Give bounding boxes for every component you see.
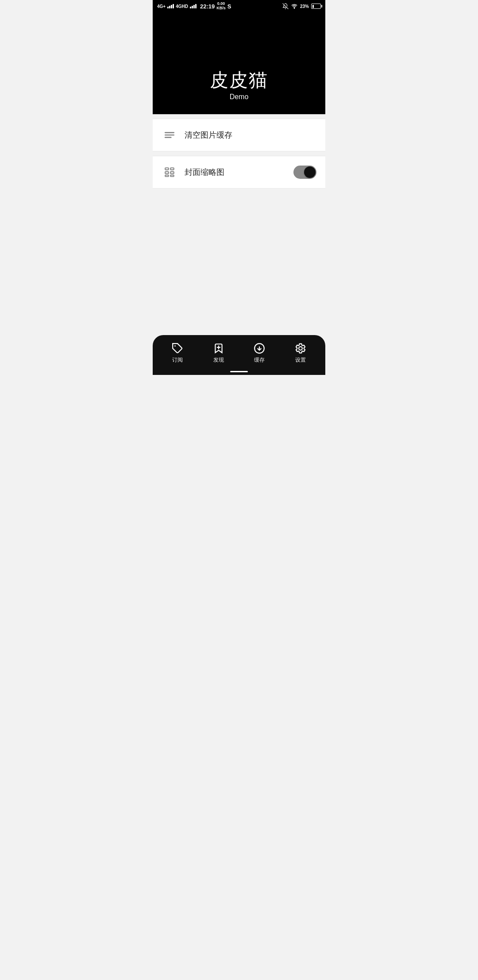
- battery-icon: [311, 4, 321, 9]
- gear-icon: [294, 342, 307, 355]
- cover-thumbnail-item[interactable]: 封面缩略图: [153, 156, 325, 189]
- status-right: 23%: [282, 3, 321, 9]
- settings-list: 清空图片缓存 封面缩略图: [153, 119, 325, 189]
- grid-icon: [162, 164, 177, 180]
- status-left: 4G+ 4GHD 22:19 0.00KB/s S: [157, 2, 231, 11]
- speed: 0.00KB/s: [216, 2, 226, 11]
- signal-bars-2: [190, 4, 197, 8]
- nav-discover[interactable]: 发现: [198, 342, 239, 364]
- network-4ghd: 4GHD: [176, 4, 188, 9]
- svg-rect-9: [165, 175, 169, 177]
- svg-rect-7: [165, 172, 169, 174]
- battery-percent: 23%: [300, 4, 309, 9]
- hero-section: 皮皮猫 Demo: [153, 12, 325, 114]
- nav-indicator: [230, 371, 248, 372]
- nav-subscribe-label: 订阅: [172, 356, 183, 364]
- app-subtitle: Demo: [230, 93, 249, 101]
- svg-point-1: [294, 8, 294, 8]
- svg-rect-8: [170, 172, 174, 174]
- network-4gplus: 4G+: [157, 4, 166, 9]
- s-icon: S: [227, 3, 231, 10]
- nav-settings-label: 设置: [295, 356, 306, 364]
- svg-rect-10: [170, 175, 174, 177]
- svg-rect-5: [165, 168, 169, 170]
- tag-icon: [171, 342, 184, 355]
- cover-thumbnail-label: 封面缩略图: [185, 167, 293, 177]
- svg-rect-6: [170, 168, 174, 170]
- signal-bars-1: [167, 4, 174, 8]
- lines-icon: [162, 127, 177, 143]
- cover-thumbnail-toggle[interactable]: [293, 166, 316, 179]
- download-icon: [253, 342, 266, 355]
- svg-line-0: [283, 4, 289, 9]
- nav-cache-label: 缓存: [254, 356, 265, 364]
- toggle-knob: [304, 166, 316, 178]
- nav-settings[interactable]: 设置: [280, 342, 321, 364]
- wifi-icon: [291, 3, 298, 9]
- nav-discover-label: 发现: [213, 356, 224, 364]
- time: 22:19: [200, 3, 215, 10]
- nav-cache[interactable]: 缓存: [239, 342, 280, 364]
- bottom-nav: 订阅 发现 缓存 设置: [153, 335, 325, 375]
- clear-cache-label: 清空图片缓存: [185, 130, 316, 140]
- nav-subscribe[interactable]: 订阅: [157, 342, 198, 364]
- bell-muted-icon: [282, 3, 289, 9]
- clear-cache-item[interactable]: 清空图片缓存: [153, 119, 325, 151]
- bookmark-icon: [212, 342, 225, 355]
- status-bar: 4G+ 4GHD 22:19 0.00KB/s S: [153, 0, 325, 12]
- app-title: 皮皮猫: [210, 69, 268, 91]
